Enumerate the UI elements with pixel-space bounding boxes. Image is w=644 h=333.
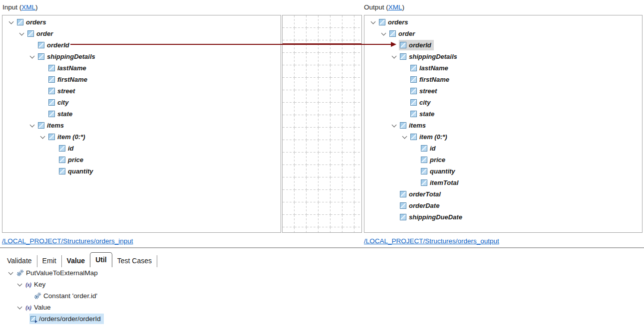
tree-item-quantity[interactable]: quantity [364, 166, 642, 177]
chevron-down-icon[interactable] [6, 270, 16, 277]
chevron-down-icon[interactable] [17, 30, 27, 37]
xml-element-icon [400, 42, 406, 48]
chevron-down-icon[interactable] [6, 19, 17, 26]
input-title-paren: ) [35, 3, 38, 11]
chevron-down-icon[interactable] [27, 122, 38, 129]
input-xml-link[interactable]: XML [21, 3, 35, 11]
fx-icon: (x) [25, 282, 31, 288]
tree-item-constant[interactable]: Constant 'order.id' [2, 290, 642, 302]
gears-icon [16, 269, 24, 277]
tree-item-key[interactable]: (x) Key [2, 279, 642, 290]
tab-value[interactable]: Value [62, 255, 91, 267]
tree-item-orders[interactable]: orders [2, 16, 281, 28]
tree-item-street[interactable]: street [2, 85, 281, 97]
xml-element-icon [421, 179, 427, 186]
tree-item-price[interactable]: price [364, 154, 642, 166]
tree-item-orderDate[interactable]: orderDate [364, 200, 642, 211]
tree-item-quantity[interactable]: quantity [2, 166, 281, 177]
xml-element-icon [410, 65, 417, 71]
tree-item-itemTotal[interactable]: itemTotal [364, 177, 642, 188]
tree-item-putValueToExternalMap[interactable]: PutValueToExternalMap [2, 267, 642, 279]
tab-test-cases[interactable]: Test Cases [112, 255, 157, 267]
util-function-tree[interactable]: PutValueToExternalMap (x) Key Constant '… [2, 267, 642, 332]
mapping-canvas-grid [283, 15, 361, 232]
xml-ref-icon [30, 316, 36, 322]
xml-element-icon [410, 99, 417, 106]
tree-item-orderId-selected[interactable]: orderId [364, 39, 642, 51]
xml-element-icon [389, 30, 396, 37]
output-title-paren: ) [402, 3, 405, 11]
tab-validate[interactable]: Validate [2, 255, 37, 267]
tab-util[interactable]: Util [90, 252, 112, 267]
output-xml-link[interactable]: XML [388, 3, 402, 11]
xml-element-icon [400, 191, 406, 197]
tree-item-city[interactable]: city [364, 97, 642, 108]
tree-item-shippingDetails[interactable]: shippingDetails [2, 51, 281, 62]
chevron-down-icon[interactable] [389, 122, 400, 129]
tree-item-orders[interactable]: orders [364, 16, 642, 28]
tree-item-item[interactable]: item (0:*) [2, 131, 281, 143]
tree-item-shippingDetails[interactable]: shippingDetails [364, 51, 642, 62]
chevron-down-icon[interactable] [400, 134, 410, 141]
tree-item-item[interactable]: item (0:*) [364, 131, 642, 143]
chevron-down-icon[interactable] [27, 53, 38, 60]
input-tree-panel[interactable]: orders order orderId shippingDetails las… [2, 15, 281, 233]
tree-item-order[interactable]: order [2, 28, 281, 39]
xml-element-icon [421, 157, 427, 163]
tree-item-city[interactable]: city [2, 97, 281, 108]
chevron-down-icon[interactable] [379, 30, 389, 37]
tree-item-value[interactable]: (x) Value [2, 302, 642, 313]
output-structure-link[interactable]: /LOCAL_PROJECT/Structures/orders_output [364, 237, 499, 245]
tree-item-lastName[interactable]: lastName [2, 62, 281, 74]
xml-element-icon [400, 122, 406, 129]
tab-emit[interactable]: Emit [37, 255, 62, 267]
chevron-down-icon[interactable] [15, 304, 25, 311]
fx-icon: (x) [25, 305, 31, 311]
tree-item-id[interactable]: id [364, 143, 642, 154]
xml-element-icon [410, 134, 417, 140]
chevron-down-icon[interactable] [38, 134, 48, 141]
tree-item-firstName[interactable]: firstName [2, 74, 281, 85]
xml-element-icon [410, 111, 417, 117]
tree-item-firstName[interactable]: firstName [364, 74, 642, 85]
selection-highlight: orderId [399, 40, 434, 50]
xml-element-icon [59, 157, 65, 163]
chevron-down-icon[interactable] [389, 53, 400, 60]
output-tree-panel[interactable]: orders order orderId shippingDetails las… [364, 15, 643, 233]
tree-item-order[interactable]: order [364, 28, 642, 39]
tree-item-xpath-ref-selected[interactable]: /orders/order/orderId [2, 313, 642, 325]
gears-icon [34, 292, 41, 300]
tree-item-state[interactable]: state [364, 108, 642, 120]
xml-element-icon [379, 19, 385, 25]
output-pane-title: Output (XML) [364, 3, 404, 11]
tree-item-items[interactable]: items [2, 120, 281, 131]
tree-item-street[interactable]: street [364, 85, 642, 97]
tree-item-state[interactable]: state [2, 108, 281, 120]
xml-element-icon [421, 145, 427, 152]
tree-item-price[interactable]: price [2, 154, 281, 166]
xml-element-icon [400, 53, 406, 60]
xml-element-icon [59, 168, 65, 174]
input-pane-title: Input (XML) [2, 3, 38, 11]
mapping-connector-arrowhead [391, 42, 396, 47]
mapping-editor: Input (XML) Output (XML) orders order or… [0, 0, 644, 333]
xml-element-icon [410, 88, 417, 94]
xml-element-icon [48, 99, 55, 106]
chevron-down-icon[interactable] [368, 19, 379, 26]
xml-element-icon [59, 145, 65, 152]
mapping-canvas[interactable] [282, 15, 362, 233]
horizontal-sash-highlight [0, 248, 644, 249]
tree-item-id[interactable]: id [2, 143, 281, 154]
tree-item-orderTotal[interactable]: orderTotal [364, 188, 642, 200]
tree-item-orderId[interactable]: orderId [2, 39, 281, 51]
xml-element-icon [17, 19, 23, 25]
xml-element-icon [48, 88, 55, 94]
horizontal-sash[interactable] [0, 247, 644, 248]
tree-item-items[interactable]: items [364, 120, 642, 131]
mapping-connector-line-mid[interactable] [283, 43, 361, 45]
input-structure-link[interactable]: /LOCAL_PROJECT/Structures/orders_input [2, 237, 133, 245]
tree-item-lastName[interactable]: lastName [364, 62, 642, 74]
tree-item-shippingDueDate[interactable]: shippingDueDate [364, 211, 642, 223]
chevron-down-icon[interactable] [15, 281, 25, 288]
output-title-text: Output ( [364, 3, 388, 11]
